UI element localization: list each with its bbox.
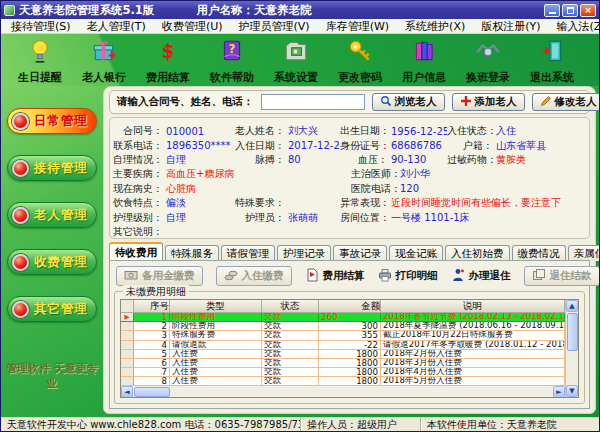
birthday-reminder-button[interactable]: 生日提醒 (9, 38, 71, 85)
horizontal-scrollbar[interactable]: ◄ ► (121, 385, 565, 397)
vscroll-thumb[interactable] (567, 313, 578, 351)
coins-icon (224, 268, 238, 284)
col-status[interactable]: 状态 (262, 300, 319, 313)
field-label: 特殊要求： (233, 196, 285, 210)
table-row[interactable]: 3 特殊服务费 交款 355 截止2018年10月22日特殊服务费 (121, 331, 565, 340)
table-row[interactable]: 8 入住费 交款 1800 2018年5月份入住费 (121, 377, 565, 385)
hscroll-thumb[interactable] (134, 387, 170, 397)
checkin-pay-button[interactable]: 入住缴费 (216, 266, 292, 286)
row-pointer (121, 368, 134, 377)
maximize-button[interactable] (562, 4, 578, 17)
phone-value: 1896350**** (163, 140, 233, 151)
field-label: 户籍： (447, 139, 493, 153)
fees-grid: 序号 类型 状态 金额 说明 ▶ (120, 299, 579, 398)
table-row[interactable]: 4 请假退款 交款 -22 请假退2017年冬季取暖费 (2018.01.12 … (121, 341, 565, 350)
red-sphere-icon (12, 113, 29, 130)
field-label: 脉搏： (233, 153, 285, 167)
elder-bank-button[interactable]: 老人银行 (73, 38, 135, 85)
banknote-icon (124, 268, 138, 284)
checkout-settle-button[interactable]: 退住结款 (524, 266, 600, 286)
field-label: 主治医师： (351, 167, 397, 181)
search-input[interactable] (261, 94, 365, 110)
exit-door-icon (539, 38, 565, 68)
table-row[interactable]: 7 入住费 交款 1800 2018年4月份入住费 (121, 368, 565, 377)
sidebar-item-fees[interactable]: 收费管理 (7, 249, 97, 275)
handshake-icon (475, 38, 501, 68)
field-label: 出生日期： (340, 124, 388, 138)
user-info-button[interactable]: 用户信息 (393, 38, 455, 85)
menu-item[interactable]: 收费管理(U) (154, 19, 231, 34)
field-label: 自理情况： (112, 153, 163, 167)
menu-item[interactable]: 输入法(Z) (549, 19, 600, 34)
settings-icon (283, 38, 309, 68)
vertical-scrollbar[interactable]: ▲ ▼ (565, 300, 578, 397)
scroll-left-arrow[interactable]: ◄ (121, 386, 133, 398)
modify-elder-button[interactable]: 修改老人 (532, 93, 600, 111)
change-password-button[interactable]: 更改密码 (329, 38, 391, 85)
exit-system-button[interactable]: 退出系统 (521, 38, 583, 85)
tab[interactable]: 护理记录 (277, 245, 331, 261)
contract-no-value: 010001 (163, 126, 233, 137)
tab[interactable]: 现金记账 (389, 245, 443, 261)
menu-item[interactable]: 库存管理(W) (318, 19, 397, 34)
sidebar-item-reception[interactable]: 接待管理 (7, 155, 97, 181)
close-button[interactable]: × (580, 4, 596, 17)
plus-icon (460, 95, 472, 109)
menu-item[interactable]: 版权注册(Y) (473, 19, 548, 34)
field-label: 血压： (340, 153, 388, 167)
table-row[interactable]: 5 入住费 交款 1800 2018年2月份入住费 (121, 350, 565, 359)
tab[interactable]: 缴费情况 (512, 245, 566, 261)
red-sphere-icon (12, 254, 29, 271)
red-sphere-icon (12, 160, 29, 177)
scroll-right-arrow[interactable]: ► (553, 386, 565, 398)
sidebar-item-elders[interactable]: 老人管理 (7, 202, 97, 228)
system-settings-button[interactable]: 系统设置 (265, 38, 327, 85)
browse-elder-button[interactable]: 浏览老人 (372, 93, 445, 111)
table-row[interactable]: 2 阶段性费用 交款 300 2018年夏季降温费 (2018.06.16 - … (121, 322, 565, 331)
tab[interactable]: 事故记录 (333, 245, 387, 261)
tab[interactable]: 特殊服务 (165, 245, 219, 261)
status-company: 天意软件开发中心 www.chle828.com 电话：0635-7987985… (1, 418, 301, 431)
field-label: 身份证号： (340, 139, 388, 153)
col-desc[interactable]: 说明 (381, 300, 565, 313)
menu-item[interactable]: 老人管理(T) (79, 19, 154, 34)
checkout-button[interactable]: 办理退住 (451, 268, 511, 284)
sidebar-item-other[interactable]: 其它管理 (7, 296, 97, 322)
room-value: 一号楼 1101-1床 (388, 211, 585, 225)
status-value: 入住 (493, 124, 585, 138)
table-row[interactable]: 6 入住费 交款 1800 2018年3月份入住费 (121, 359, 565, 368)
tab[interactable]: 请假管理 (221, 245, 275, 261)
disease-value: 高血压+糖尿病 (163, 167, 351, 181)
scroll-down-arrow[interactable]: ▼ (566, 385, 578, 397)
col-type[interactable]: 类型 (170, 300, 262, 313)
table-row[interactable]: ▶ 1 阶段性费用 交款 260 2018年春节过节费 (2018.02.13 … (121, 313, 565, 322)
row-pointer (121, 322, 134, 331)
title-bar: 天意养老院管理系统5.1版 用户名称：天意养老院 × (1, 1, 599, 19)
menu-item[interactable]: 系统维护(X) (397, 19, 473, 34)
scroll-up-arrow[interactable]: ▲ (566, 300, 578, 312)
col-amount[interactable]: 金额 (319, 300, 381, 313)
field-label: 联系电话： (112, 139, 163, 153)
shift-login-button[interactable]: 换班登录 (457, 38, 519, 85)
print-detail-button[interactable]: 打印明细 (378, 268, 438, 284)
blood-pressure-value: 90-130 (388, 154, 447, 165)
fee-settle-button[interactable]: $ 费用结算 (137, 38, 199, 85)
menu-item[interactable]: 接待管理(S) (3, 19, 79, 34)
app-window: 天意养老院管理系统5.1版 用户名称：天意养老院 × 接待管理(S)老人管理(T… (0, 0, 600, 432)
row-pointer (121, 350, 134, 359)
add-elder-button[interactable]: 添加老人 (452, 93, 525, 111)
tab[interactable]: 入住初始费 (445, 245, 510, 261)
tab[interactable]: 亲属信息 (568, 245, 600, 261)
reserve-pay-button[interactable]: 备用金缴费 (116, 266, 203, 286)
menu-item[interactable]: 护理员管理(V) (231, 19, 318, 34)
sidebar-item-daily[interactable]: 日常管理 (7, 108, 97, 134)
status-operator: 操作人员：超级用户 (301, 418, 421, 431)
checkin-date-value: 2017-12-20 (285, 140, 340, 151)
allergy-value: 黄胺类 (493, 153, 585, 167)
software-help-button[interactable]: ? 软件帮助 (201, 38, 263, 85)
fee-settlement-button[interactable]: 费用结算 (305, 268, 365, 284)
search-panel: 请输入合同号、姓名、电话： 浏览老人 添加老人 修改老人 清除信息 (109, 90, 590, 114)
minimize-button[interactable] (544, 4, 560, 17)
col-idx[interactable]: 序号 (134, 300, 170, 313)
tab[interactable]: 待收费用 (109, 242, 163, 261)
